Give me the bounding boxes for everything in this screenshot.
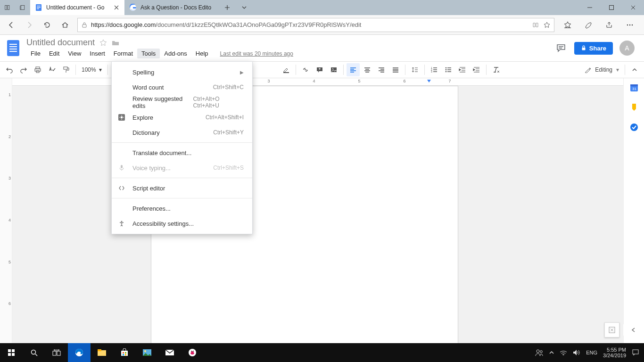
language-indicator[interactable]: ENG xyxy=(586,350,597,355)
back-button[interactable] xyxy=(3,16,20,33)
star-icon[interactable] xyxy=(99,39,107,47)
people-icon[interactable] xyxy=(535,349,544,356)
paint-format-button[interactable] xyxy=(59,63,73,76)
tools-accessibility[interactable]: Accessibility settings... xyxy=(112,216,252,231)
network-icon[interactable] xyxy=(560,350,567,355)
svg-point-58 xyxy=(537,350,539,353)
maximize-button[interactable] xyxy=(601,0,622,15)
last-edit-link[interactable]: Last edit was 20 minutes ago xyxy=(220,50,293,57)
reading-view-icon[interactable] xyxy=(532,22,539,28)
keep-icon[interactable] xyxy=(629,103,639,112)
close-window-button[interactable] xyxy=(622,0,644,15)
tools-dictionary[interactable]: Dictionary Ctrl+Shift+Y xyxy=(112,125,252,140)
menu-tools[interactable]: Tools xyxy=(137,49,160,58)
share-browser-button[interactable] xyxy=(600,16,619,33)
line-spacing-button[interactable] xyxy=(408,63,421,76)
svg-point-59 xyxy=(540,351,543,353)
tab-active[interactable]: Untitled document - Go xyxy=(30,0,124,15)
tools-review-suggested[interactable]: Review suggested edits Ctrl+Alt+O Ctrl+A… xyxy=(112,95,252,110)
settings-more-button[interactable] xyxy=(620,16,639,33)
url-text: https://docs.google.com/document/d/1kzzE… xyxy=(91,21,528,28)
edge-app-icon[interactable] xyxy=(68,343,91,362)
tools-translate[interactable]: Translate document... xyxy=(112,145,252,160)
tabs-aside-icon[interactable] xyxy=(0,0,15,15)
menu-view[interactable]: View xyxy=(64,49,85,58)
svg-point-57 xyxy=(193,351,194,352)
tools-preferences[interactable]: Preferences... xyxy=(112,201,252,216)
docs-logo[interactable] xyxy=(4,39,23,58)
insert-comment-button[interactable] xyxy=(313,63,326,76)
tab-inactive[interactable]: Ask a Question - Docs Edito xyxy=(124,0,219,15)
align-right-button[interactable] xyxy=(375,63,388,76)
mode-selector[interactable]: Editing ▾ xyxy=(585,66,622,73)
search-button[interactable] xyxy=(23,343,45,362)
clear-formatting-button[interactable] xyxy=(489,63,503,76)
mail-icon[interactable] xyxy=(158,343,181,362)
undo-button[interactable] xyxy=(3,63,16,76)
tray-overflow-icon[interactable] xyxy=(549,350,554,355)
store-icon[interactable] xyxy=(113,343,136,362)
menu-addons[interactable]: Add-ons xyxy=(160,49,191,58)
notes-button[interactable] xyxy=(579,16,598,33)
share-button[interactable]: Share xyxy=(574,42,613,55)
menu-help[interactable]: Help xyxy=(191,49,213,58)
insert-link-button[interactable] xyxy=(299,63,312,76)
action-center-icon[interactable] xyxy=(632,349,639,356)
numbered-list-button[interactable]: 123 xyxy=(428,63,441,76)
calendar-icon[interactable]: 31 xyxy=(629,83,639,92)
photos-icon[interactable] xyxy=(136,343,158,362)
home-button[interactable] xyxy=(57,16,74,33)
svg-rect-38 xyxy=(8,353,11,356)
tab-actions-button[interactable] xyxy=(236,0,253,15)
favorite-icon[interactable] xyxy=(544,22,550,28)
document-title[interactable]: Untitled document xyxy=(26,38,95,48)
address-bar[interactable]: https://docs.google.com/document/d/1kzzE… xyxy=(77,18,554,32)
minimize-button[interactable] xyxy=(579,0,601,15)
svg-rect-9 xyxy=(83,25,86,27)
account-avatar[interactable]: A xyxy=(619,41,635,56)
docs-icon xyxy=(35,4,42,11)
volume-icon[interactable] xyxy=(573,349,580,356)
svg-point-53 xyxy=(144,350,146,352)
align-justify-button[interactable] xyxy=(389,63,402,76)
task-view-button[interactable] xyxy=(45,343,68,362)
comments-button[interactable] xyxy=(554,41,568,55)
insert-image-button[interactable] xyxy=(327,63,340,76)
bulleted-list-button[interactable] xyxy=(442,63,455,76)
menu-edit[interactable]: Edit xyxy=(45,49,64,58)
zoom-selector[interactable]: 100%▾ xyxy=(79,66,105,73)
align-left-button[interactable] xyxy=(347,63,360,76)
app-icon[interactable] xyxy=(181,343,204,362)
tools-spelling[interactable]: Spelling ▶ xyxy=(112,65,252,80)
favorites-button[interactable] xyxy=(558,16,577,33)
menu-insert[interactable]: Insert xyxy=(85,49,109,58)
redo-button[interactable] xyxy=(17,63,30,76)
tools-script-editor[interactable]: Script editor xyxy=(112,181,252,196)
print-button[interactable] xyxy=(31,63,44,76)
forward-button[interactable] xyxy=(21,16,38,33)
indent-marker-right[interactable] xyxy=(427,80,431,82)
close-icon[interactable] xyxy=(113,4,120,11)
increase-indent-button[interactable] xyxy=(470,63,483,76)
highlight-color-button[interactable] xyxy=(280,63,293,76)
windows-taskbar: ENG 5:55 PM 3/24/2019 xyxy=(0,343,644,362)
menu-file[interactable]: File xyxy=(26,49,45,58)
show-side-panel-button[interactable] xyxy=(623,324,644,336)
spellcheck-button[interactable] xyxy=(45,63,58,76)
folder-icon[interactable] xyxy=(112,39,119,47)
refresh-button[interactable] xyxy=(39,16,56,33)
explore-button[interactable] xyxy=(604,322,619,337)
align-center-button[interactable] xyxy=(361,63,374,76)
set-tabs-aside-icon[interactable] xyxy=(15,0,30,15)
system-clock[interactable]: 5:55 PM 3/24/2019 xyxy=(603,347,626,358)
tools-explore[interactable]: Explore Ctrl+Alt+Shift+I xyxy=(112,110,252,125)
chevron-down-icon: ▾ xyxy=(616,66,619,73)
decrease-indent-button[interactable] xyxy=(456,63,469,76)
new-tab-button[interactable] xyxy=(219,0,236,15)
hide-menus-button[interactable] xyxy=(628,63,641,76)
file-explorer-icon[interactable] xyxy=(91,343,113,362)
tasks-icon[interactable] xyxy=(629,123,639,132)
start-button[interactable] xyxy=(0,343,23,362)
tools-word-count[interactable]: Word count Ctrl+Shift+C xyxy=(112,80,252,95)
menu-format[interactable]: Format xyxy=(109,49,137,58)
